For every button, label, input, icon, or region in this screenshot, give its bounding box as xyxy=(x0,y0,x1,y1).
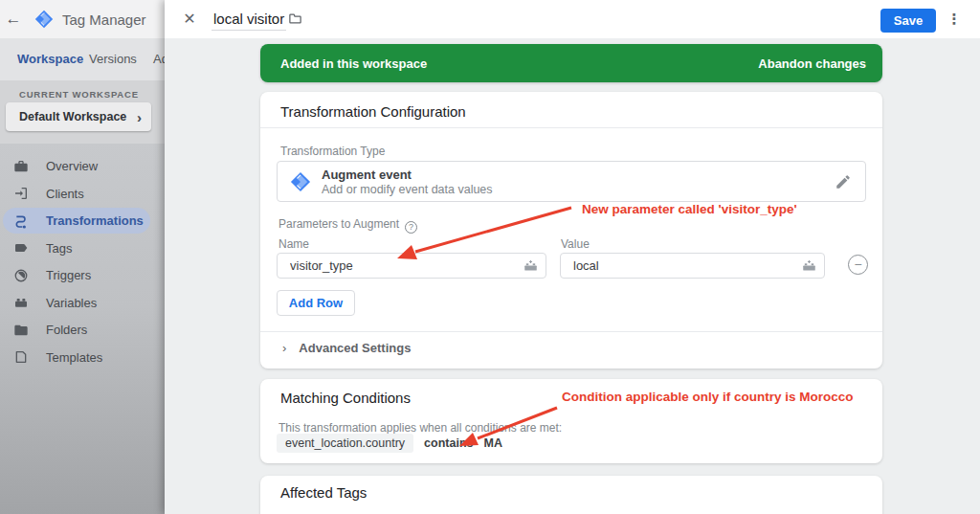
transformations-icon xyxy=(13,213,29,229)
transformation-type-label: Transformation Type xyxy=(280,145,385,158)
tab-admin[interactable]: Ad xyxy=(153,52,165,66)
sidebar-item-triggers[interactable]: Triggers xyxy=(3,262,150,288)
card-title: Matching Conditions xyxy=(280,390,411,406)
sidebar-item-label: Tags xyxy=(46,241,72,256)
help-icon[interactable]: ? xyxy=(405,221,417,234)
detail-panel: ✕ local visitor Save ⋮ Added in this wor… xyxy=(165,0,980,514)
type-description: Add or modify event data values xyxy=(322,183,493,196)
transformation-configuration-card: Transformation Configuration Transformat… xyxy=(260,92,882,369)
close-icon[interactable]: ✕ xyxy=(180,10,199,29)
nav-tabs: Workspace Versions Ad xyxy=(0,38,165,80)
augment-event-icon xyxy=(290,171,311,192)
banner-message: Added in this workspace xyxy=(280,56,758,71)
clients-icon xyxy=(13,186,29,201)
more-options-icon[interactable]: ⋮ xyxy=(945,10,964,29)
parameters-label: Parameters to Augment? xyxy=(278,217,417,234)
workspace-status-banner: Added in this workspace Abandon changes xyxy=(260,44,882,82)
add-row-button[interactable]: Add Row xyxy=(277,290,355,316)
value-field-wrap xyxy=(560,253,825,279)
tag-manager-logo-icon xyxy=(34,10,54,29)
sidebar-header: ← Tag Manager xyxy=(0,0,165,38)
card-title: Affected Tags xyxy=(280,484,367,501)
name-label: Name xyxy=(278,237,309,251)
sidebar: ← Tag Manager Workspace Versions Ad CURR… xyxy=(0,0,165,514)
panel-header: ✕ local visitor Save ⋮ xyxy=(165,0,980,38)
affected-tags-card: Affected Tags xyxy=(260,476,882,514)
sidebar-item-clients[interactable]: Clients xyxy=(3,181,150,207)
sidebar-item-transformations[interactable]: Transformations xyxy=(3,208,150,234)
advanced-settings-toggle[interactable]: › Advanced Settings xyxy=(282,341,411,355)
chevron-right-icon: › xyxy=(137,109,142,125)
sidebar-item-label: Templates xyxy=(46,350,102,365)
transformation-type-box[interactable]: Augment event Add or modify event data v… xyxy=(277,161,866,202)
name-input[interactable] xyxy=(277,253,546,279)
value-input[interactable] xyxy=(560,253,825,279)
type-name: Augment event xyxy=(322,168,412,182)
folder-icon[interactable] xyxy=(287,11,303,26)
variables-icon xyxy=(13,295,29,310)
sidebar-item-variables[interactable]: Variables xyxy=(3,290,150,316)
sidebar-item-templates[interactable]: Templates xyxy=(3,345,150,370)
sidebar-item-label: Overview xyxy=(46,159,98,173)
sidebar-item-label: Folders xyxy=(46,323,87,337)
tags-icon xyxy=(13,240,29,256)
tab-versions[interactable]: Versions xyxy=(89,52,137,66)
annotation-text-condition: Condition applicable only if country is … xyxy=(562,390,854,404)
templates-icon xyxy=(13,349,29,365)
condition-value: MA xyxy=(484,436,502,450)
save-button[interactable]: Save xyxy=(880,9,936,33)
divider xyxy=(260,331,882,332)
sidebar-item-tags[interactable]: Tags xyxy=(3,235,150,261)
screen: ← Tag Manager Workspace Versions Ad CURR… xyxy=(0,0,980,514)
card-title: Transformation Configuration xyxy=(280,103,466,120)
annotation-text-parameter: New parameter called 'visitor_type' xyxy=(582,202,797,216)
sidebar-menu: Overview Clients Transformations Tags Tr… xyxy=(0,144,165,514)
sidebar-item-label: Variables xyxy=(46,296,97,310)
sidebar-item-label: Transformations xyxy=(46,213,144,228)
conditions-description: This transformation applies when all con… xyxy=(278,421,562,435)
remove-row-icon[interactable]: − xyxy=(848,255,868,275)
overview-icon xyxy=(13,159,29,174)
parameters-label-text: Parameters to Augment xyxy=(278,217,399,231)
value-label: Value xyxy=(561,237,590,251)
sidebar-item-label: Clients xyxy=(46,187,84,201)
current-workspace-section: CURRENT WORKSPACE Default Workspace › xyxy=(0,80,165,144)
divider xyxy=(260,127,882,128)
variable-picker-icon[interactable] xyxy=(801,258,817,273)
sidebar-item-overview[interactable]: Overview xyxy=(3,153,150,179)
abandon-changes-button[interactable]: Abandon changes xyxy=(758,56,866,71)
variable-picker-icon[interactable] xyxy=(523,258,539,273)
transformation-title-field[interactable]: local visitor xyxy=(212,9,286,31)
app-title: Tag Manager xyxy=(62,11,146,28)
condition-operator: contains xyxy=(424,436,473,450)
workspace-selector[interactable]: Default Workspace › xyxy=(6,102,151,131)
edit-pencil-icon[interactable] xyxy=(835,173,852,190)
sidebar-item-folders[interactable]: Folders xyxy=(3,317,150,343)
back-arrow-icon[interactable]: ← xyxy=(0,10,27,29)
triggers-icon xyxy=(13,268,29,283)
advanced-settings-label: Advanced Settings xyxy=(299,341,411,355)
folders-icon xyxy=(13,323,29,338)
current-workspace-label: CURRENT WORKSPACE xyxy=(19,89,139,100)
tab-workspace[interactable]: Workspace xyxy=(17,52,83,66)
sidebar-item-label: Triggers xyxy=(46,268,91,282)
chevron-right-icon: › xyxy=(282,341,286,355)
name-field-wrap xyxy=(277,253,546,279)
workspace-name: Default Workspace xyxy=(19,110,137,123)
condition-row: event_location.country contains MA xyxy=(277,434,502,453)
condition-variable-chip[interactable]: event_location.country xyxy=(277,434,413,453)
